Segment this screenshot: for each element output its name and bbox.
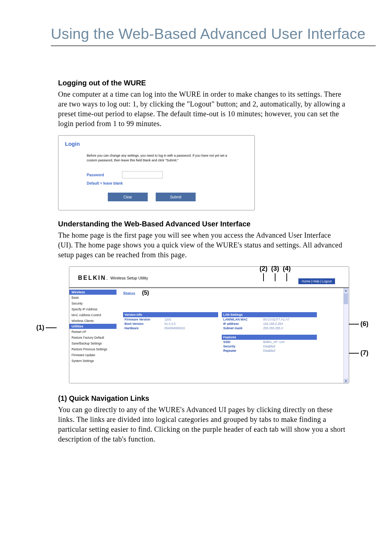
sidebar-item-mac-control[interactable]: MAC Address Control	[69, 312, 117, 318]
section-heading-logout: Logging out of the WURE	[58, 79, 347, 87]
section-body-quicknav: You can go directly to any of the WURE's…	[58, 405, 347, 444]
panel-version-info: Version Info Firmware Version1201 Boot V…	[123, 312, 218, 353]
annotation-top-group: (2) (3) (4)	[260, 265, 291, 281]
login-heading: Login	[65, 141, 248, 147]
annotation-5: (5)	[142, 290, 149, 296]
nav-logout[interactable]: Logout	[322, 279, 332, 283]
annotation-2: (2)	[260, 265, 268, 273]
sidebar: Wireless Basic Security Specify IP Addre…	[69, 288, 117, 383]
scrollbar[interactable]: ▴ ▾	[343, 288, 349, 383]
sidebar-head-utilities[interactable]: Utilities	[69, 324, 117, 329]
status-label: Status	[123, 291, 135, 295]
sidebar-head-wireless[interactable]: Wireless	[69, 290, 117, 295]
password-label: Password	[87, 173, 104, 177]
sidebar-item-firmware-update[interactable]: Firmware Update	[69, 352, 117, 358]
panel-heading-version: Version Info	[123, 312, 218, 317]
panel-heading-lan: LAN Settings	[222, 312, 317, 317]
annotation-7: (7)	[348, 349, 368, 357]
panel-features: Features SSIDBelkin_AP- cort SecurityDis…	[222, 335, 317, 353]
panel-heading-features: Features	[222, 335, 317, 340]
sidebar-item-restore-previous[interactable]: Restore Previous Settings	[69, 346, 117, 352]
submit-button[interactable]: Submit	[156, 193, 196, 201]
home-page-screenshot: BELKIN. Wireless Setup Utility Home|Help…	[69, 266, 349, 383]
brand-name: BELKIN.	[78, 275, 109, 281]
sidebar-item-security[interactable]: Security	[69, 301, 117, 306]
annotation-6: (6)	[348, 320, 368, 328]
sidebar-item-basic[interactable]: Basic	[69, 295, 117, 301]
sidebar-item-restore-default[interactable]: Restore Factory Default	[69, 335, 117, 341]
scrollbar-thumb[interactable]	[344, 293, 348, 304]
scrollbar-down-icon[interactable]: ▾	[344, 379, 348, 383]
brand-sub: Wireless Setup Utility	[110, 276, 148, 280]
section-heading-understanding: Understanding the Web-Based Advanced Use…	[58, 220, 347, 228]
sidebar-item-system-settings[interactable]: System Settings	[69, 358, 117, 364]
section-body-logout: One computer at a time can log into the …	[58, 89, 347, 129]
section-heading-quicknav: (1) Quick Navigation Links	[58, 394, 347, 403]
annotation-4: (4)	[283, 265, 291, 273]
sidebar-item-restart[interactable]: Restart AP	[69, 329, 117, 335]
password-default-hint: Default = leave blank	[87, 181, 248, 185]
login-screenshot: Login Before you can change any settings…	[58, 135, 255, 210]
password-input[interactable]	[122, 171, 163, 178]
clear-button[interactable]: Clear	[108, 193, 148, 201]
annotation-3: (3)	[271, 265, 279, 273]
sidebar-item-save-backup[interactable]: Save/Backup Settings	[69, 341, 117, 346]
section-body-understanding: The home page is the first page you will…	[58, 230, 347, 260]
nav-help[interactable]: Help	[313, 279, 320, 283]
sidebar-item-wireless-clients[interactable]: Wireless Clients	[69, 318, 117, 324]
login-instructions: Before you can change any settings, you …	[87, 153, 232, 162]
nav-home[interactable]: Home	[302, 279, 310, 283]
scrollbar-up-icon[interactable]: ▴	[344, 288, 348, 293]
panel-lan-settings: LAN Settings LAN/WLAN MAC00:C0:02:F7:A1:…	[222, 312, 317, 330]
page-title: Using the Web-Based Advanced User Interf…	[51, 22, 376, 46]
top-nav-links: Home|Help|Logout	[298, 278, 335, 284]
annotation-1: (1)	[36, 324, 57, 331]
sidebar-item-specify-ip[interactable]: Specify IP Address	[69, 306, 117, 312]
